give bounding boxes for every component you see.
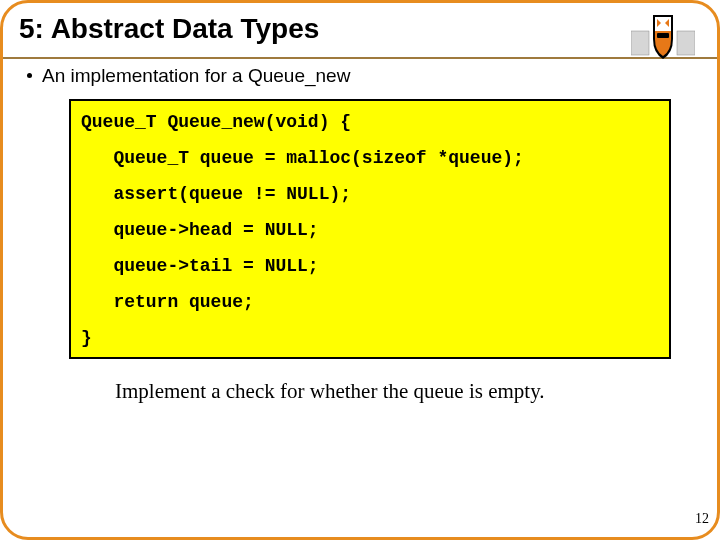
slide-frame: 5: Abstract Data Types An implementation… xyxy=(0,0,720,540)
bullet-text: An implementation for a Queue_new xyxy=(42,65,350,86)
instruction-note: Implement a check for whether the queue … xyxy=(115,379,717,404)
code-line-3: assert(queue != NULL); xyxy=(81,185,659,203)
code-line-6: return queue; xyxy=(81,293,659,311)
code-line-7: } xyxy=(81,329,659,347)
svg-rect-0 xyxy=(631,31,649,55)
title-underline xyxy=(3,57,717,59)
code-block: Queue_T Queue_new(void) { Queue_T queue … xyxy=(69,99,671,359)
code-line-1: Queue_T Queue_new(void) { xyxy=(81,113,659,131)
title-area: 5: Abstract Data Types xyxy=(3,3,717,47)
bullet-line: An implementation for a Queue_new xyxy=(27,65,717,87)
princeton-shield-logo xyxy=(631,9,695,61)
page-number: 12 xyxy=(695,511,709,527)
svg-rect-1 xyxy=(677,31,695,55)
slide-title: 5: Abstract Data Types xyxy=(19,13,319,44)
code-line-4: queue->head = NULL; xyxy=(81,221,659,239)
code-line-5: queue->tail = NULL; xyxy=(81,257,659,275)
bullet-dot-icon xyxy=(27,73,32,78)
code-line-2: Queue_T queue = malloc(sizeof *queue); xyxy=(81,149,659,167)
svg-rect-2 xyxy=(657,33,669,38)
